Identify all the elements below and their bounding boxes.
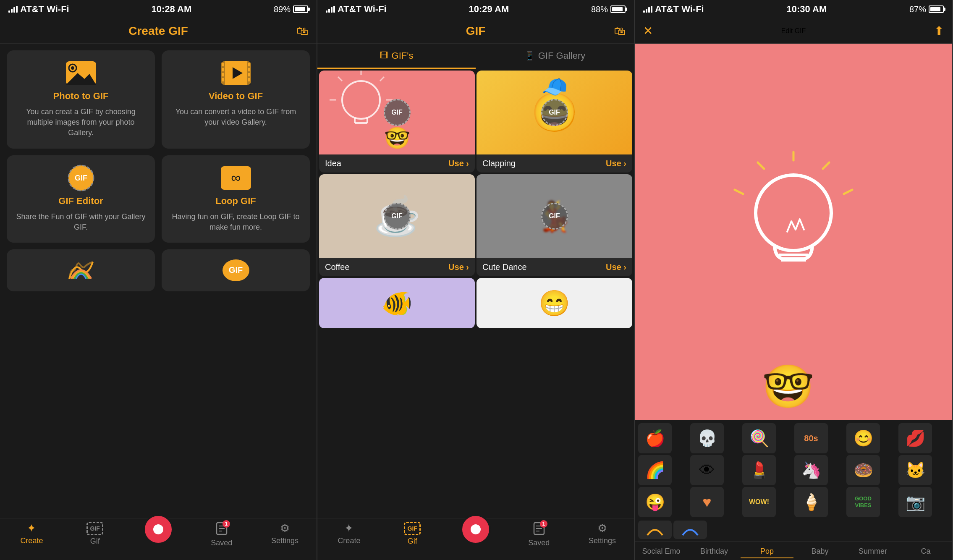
svg-rect-8	[222, 68, 224, 71]
nav-record-1[interactable]	[127, 522, 190, 544]
sticker-cat[interactable]: 🐱	[898, 455, 932, 485]
gif-card-idea[interactable]: GIF 🤓 Idea	[319, 71, 475, 173]
cat-pop[interactable]: Pop	[741, 545, 793, 558]
nav-create-1[interactable]: ✦ Create	[0, 522, 63, 545]
gifs-tab-icon: 🎞	[380, 51, 388, 60]
svg-rect-7	[222, 63, 224, 66]
sticker-lips[interactable]: 💋	[898, 423, 932, 453]
svg-point-25	[342, 81, 380, 119]
cat-summer[interactable]: Summer	[846, 545, 899, 558]
nav-record-2[interactable]	[444, 522, 508, 544]
photo-gif-desc: You can creat a GIF by choosing multiple…	[15, 107, 147, 139]
sticker-goodvibes[interactable]: GOOD VIBES	[846, 487, 880, 517]
sticker-80s[interactable]: 80s	[794, 423, 828, 453]
feature-photo-to-gif[interactable]: Photo to GIF You can creat a GIF by choo…	[7, 50, 155, 149]
gif-badge-coffee: GIF	[384, 203, 411, 230]
sticker-wow[interactable]: WOW!	[742, 487, 776, 517]
sticker-unicorn[interactable]: 🦄	[794, 455, 828, 485]
feature-extra-1[interactable]	[7, 249, 155, 291]
gif-thumb-clapping: GIF 😄 🧢	[476, 71, 632, 154]
gif-use-clapping[interactable]: Use ›	[606, 159, 626, 168]
features-grid: Photo to GIF You can creat a GIF by choo…	[0, 44, 317, 518]
sticker-tongue[interactable]: 😜	[638, 487, 672, 517]
nav-saved-1[interactable]: 1 Saved	[190, 522, 253, 547]
sticker-apple[interactable]: 🍎	[638, 423, 672, 453]
close-icon-3[interactable]: ✕	[643, 24, 653, 38]
feature-video-to-gif[interactable]: Video to GIF You can convert a video to …	[162, 50, 310, 149]
sticker-donut[interactable]: 🍩	[846, 455, 880, 485]
svg-rect-9	[222, 73, 224, 76]
cap-emoji: 🧢	[542, 75, 568, 99]
loop-gif-desc: Having fun on GIF, create Loop GIF to ma…	[170, 212, 301, 233]
lightbulb-svg	[714, 148, 873, 316]
video-icon	[219, 60, 253, 86]
svg-rect-10	[222, 78, 224, 81]
sticker-rainbow[interactable]: 🌈	[638, 455, 672, 485]
gif-editor-title: GIF Editor	[58, 196, 103, 207]
create-label-2: Create	[338, 536, 360, 545]
status-bar-1: AT&T Wi-Fi 10:28 AM 89%	[0, 0, 317, 18]
svg-text:∞: ∞	[231, 170, 241, 185]
sticker-arc1[interactable]	[638, 521, 672, 539]
gif-use-coffee[interactable]: Use ›	[448, 262, 469, 272]
gif-use-idea[interactable]: Use ›	[448, 159, 469, 168]
settings-label-1: Settings	[271, 536, 298, 545]
status-bar-3: AT&T Wi-Fi 10:30 AM 87%	[635, 0, 952, 18]
gif-editor-icon: GIF	[64, 165, 98, 191]
time-1: 10:28 AM	[151, 4, 191, 15]
nav-create-2[interactable]: ✦ Create	[317, 522, 381, 545]
sticker-camera[interactable]: 📷	[898, 487, 932, 517]
settings-icon-1: ⚙	[280, 522, 290, 535]
app-header-3: ✕ Edit GIF ⬆	[635, 18, 952, 44]
saved-label-1: Saved	[211, 539, 232, 547]
sticker-heart[interactable]: ♥	[690, 487, 724, 517]
share-icon-3[interactable]: ⬆	[934, 24, 944, 38]
sticker-arc2[interactable]	[673, 521, 707, 539]
gif-card-face[interactable]: 😁	[476, 278, 632, 328]
svg-rect-13	[248, 73, 250, 76]
nav-saved-2[interactable]: 1 Saved	[507, 522, 571, 547]
feature-loop-gif[interactable]: ∞ Loop GIF Having fun on GIF, create Loo…	[162, 155, 310, 243]
gif-card-cute-dance[interactable]: GIF 💃 Cute Dance Use ›	[476, 174, 632, 276]
cat-birthday[interactable]: Birthday	[688, 545, 741, 558]
sticker-lollipop[interactable]: 🍭	[742, 423, 776, 453]
cat-baby[interactable]: Baby	[793, 545, 846, 558]
saved-label-2: Saved	[528, 539, 550, 547]
sticker-lipstick[interactable]: 💄	[742, 455, 776, 485]
record-button-2[interactable]	[461, 514, 491, 544]
svg-line-40	[844, 190, 852, 194]
feature-gif-editor[interactable]: GIF GIF Editor Share the Fun of GIF with…	[7, 155, 155, 243]
nav-gif-2[interactable]: GIF Gif	[381, 522, 444, 546]
gif-icon-2: GIF	[404, 522, 421, 535]
feature-extra-2[interactable]: GIF	[162, 249, 310, 291]
edit-canvas[interactable]: 🤓	[635, 44, 952, 420]
cart-icon-2[interactable]: 🛍	[614, 24, 626, 38]
gif-card-fish[interactable]: 🐠	[319, 278, 475, 328]
gif-card-clapping[interactable]: GIF 😄 🧢 Clapping Use ›	[476, 71, 632, 173]
gif-footer-cute-dance: Cute Dance Use ›	[476, 258, 632, 276]
gif-footer-coffee: Coffee Use ›	[319, 258, 475, 276]
gif-thumb-cute-dance: GIF 💃	[476, 174, 632, 258]
tab-gallery[interactable]: 📱 GIF Gallery	[476, 44, 634, 69]
nav-settings-1[interactable]: ⚙ Settings	[253, 522, 317, 545]
svg-rect-14	[248, 78, 250, 81]
saved-badge-2: 1	[540, 520, 547, 528]
gallery-tab-label: GIF Gallery	[538, 50, 585, 61]
gif-card-coffee[interactable]: GIF ☕ Coffee Use ›	[319, 174, 475, 276]
sticker-skull[interactable]: 💀	[690, 423, 724, 453]
cat-social-emo[interactable]: Social Emo	[635, 545, 688, 558]
sticker-smile[interactable]: 😊	[846, 423, 880, 453]
sticker-icecream[interactable]: 🍦	[794, 487, 828, 517]
main-character: 🤓	[762, 362, 814, 411]
sticker-eye[interactable]: 👁	[690, 455, 724, 485]
carrier-3: AT&T Wi-Fi	[643, 4, 704, 15]
cart-icon-1[interactable]: 🛍	[296, 24, 308, 38]
battery-3: 87%	[909, 5, 944, 14]
tab-gifs[interactable]: 🎞 GIF's	[317, 44, 476, 69]
nav-gif-1[interactable]: GIF Gif	[63, 522, 127, 546]
status-bar-2: AT&T Wi-Fi 10:29 AM 88%	[317, 0, 634, 18]
nav-settings-2[interactable]: ⚙ Settings	[571, 522, 634, 545]
gif-use-cute-dance[interactable]: Use ›	[606, 262, 626, 272]
record-button-1[interactable]	[143, 514, 173, 544]
cat-ca[interactable]: Ca	[899, 545, 952, 558]
